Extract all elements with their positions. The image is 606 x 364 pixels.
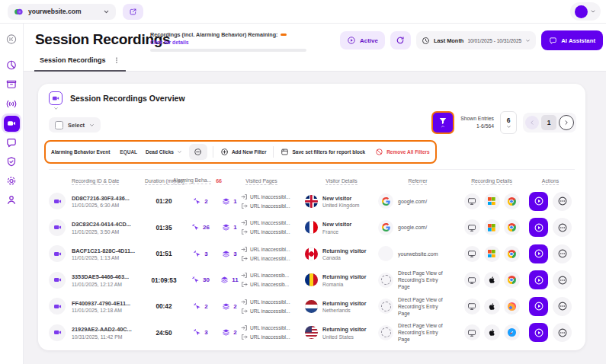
inbox-box-icon <box>6 78 18 90</box>
exit-url-link[interactable]: URL inaccessib... <box>241 281 305 288</box>
panel-header: Session Recordings Overview <box>49 91 185 111</box>
video-camera-icon[interactable] <box>49 193 66 209</box>
row-more-options-button[interactable] <box>553 244 572 263</box>
ai-assistant-button[interactable]: AI Assistant <box>541 30 603 50</box>
col-recording-details[interactable]: Recording Details <box>457 178 526 184</box>
exit-url-link[interactable]: URL inaccessibl... <box>241 203 305 209</box>
recording-id: 21929AE2-AAD2-40C... <box>72 326 145 333</box>
sidebar-item-chat[interactable] <box>6 137 18 148</box>
panel-collapse-control[interactable] <box>49 91 63 111</box>
exit-url-icon <box>241 203 248 209</box>
select-label: Select <box>68 122 85 129</box>
add-new-filter-button[interactable]: Add New Filter <box>216 148 271 156</box>
kebab-menu-icon[interactable] <box>113 56 120 64</box>
desktop-device-icon <box>464 324 480 340</box>
play-recording-button[interactable] <box>529 192 548 211</box>
entry-url-link[interactable]: URL inaccessibl... <box>241 219 305 226</box>
video-camera-icon[interactable] <box>49 219 66 236</box>
chevron-down-icon <box>53 106 59 111</box>
visitor-country: Netherlands <box>322 308 367 313</box>
recording-id: DD8C7216-30F3-436... <box>72 195 145 202</box>
entry-url-link[interactable]: URL inaccessibl... <box>241 246 305 253</box>
row-more-options-button[interactable] <box>553 323 572 342</box>
select-dropdown[interactable]: Select <box>49 117 101 133</box>
visitor-type: Returning visitor <box>322 300 367 307</box>
account-menu[interactable] <box>570 2 601 21</box>
play-circle-icon <box>347 36 356 45</box>
exit-url-link[interactable]: URL inaccessibl... <box>241 334 305 340</box>
exit-url-link[interactable]: URL inaccessibl... <box>241 255 305 262</box>
avatar <box>575 5 588 18</box>
video-camera-icon[interactable] <box>49 324 66 341</box>
remove-all-filters-button[interactable]: Remove All Filters <box>370 148 434 156</box>
sidebar-item-settings[interactable] <box>6 175 18 187</box>
sidebar-item-broadcast[interactable] <box>6 98 18 110</box>
entry-url-link[interactable]: URL inaccessib... <box>241 272 305 279</box>
save-filters-button[interactable]: Save set filters for report block <box>276 148 370 156</box>
entry-url-link[interactable]: URL inaccessibl... <box>241 324 305 331</box>
alarming-count: 2 <box>204 303 207 310</box>
click-for-details-link[interactable]: Click for details <box>150 40 312 45</box>
visitor-country: Canada <box>322 255 367 260</box>
site-selector[interactable]: yourwebsite.com <box>8 4 116 20</box>
layers-icon <box>222 250 230 258</box>
row-more-options-button[interactable] <box>553 297 572 316</box>
row-more-options-button[interactable] <box>553 192 572 211</box>
row-more-options-button[interactable] <box>553 218 572 237</box>
date-range-picker[interactable]: Last Month 10/01/2025 - 10/31/2025 <box>416 31 536 49</box>
filter-operator[interactable]: EQUAL <box>115 149 142 155</box>
exit-url-link[interactable]: URL inaccessibl... <box>241 308 305 315</box>
active-label: Active <box>360 37 378 44</box>
sidebar-item-session-recordings[interactable] <box>2 113 21 133</box>
select-all-checkbox[interactable] <box>55 121 63 129</box>
top-bar: yourwebsite.com <box>0 0 606 24</box>
sidebar-item-privacy[interactable] <box>6 156 18 168</box>
exit-url-link[interactable]: URL inaccessibl... <box>241 228 305 235</box>
col-referrer[interactable]: Referrer <box>378 178 457 184</box>
entry-url-icon <box>241 193 248 200</box>
col-visitor-details[interactable]: Visitor Details <box>305 178 378 184</box>
google-icon <box>378 193 393 209</box>
exit-url-icon <box>241 255 248 262</box>
refresh-button[interactable] <box>390 31 411 49</box>
divider <box>273 146 274 158</box>
refresh-icon <box>396 36 405 45</box>
current-page[interactable]: 1 <box>541 115 556 130</box>
duration: 01:35 <box>145 224 183 231</box>
chat-icon <box>549 37 557 45</box>
filter-value-dropdown[interactable]: Dead Clicks <box>142 149 186 155</box>
filter-button[interactable] <box>431 111 454 134</box>
play-recording-button[interactable] <box>529 323 548 342</box>
video-camera-icon[interactable] <box>49 272 66 289</box>
tab-session-recordings[interactable]: Session Recordings <box>34 50 126 72</box>
video-camera-icon[interactable] <box>49 245 66 262</box>
page-size-select[interactable]: 6 <box>500 111 517 134</box>
exit-url-icon <box>241 308 248 315</box>
prev-page-button[interactable] <box>525 116 539 129</box>
play-recording-button[interactable] <box>529 218 548 237</box>
recording-date: 11/01/2025, 3:50 AM <box>72 229 145 235</box>
row-more-options-button[interactable] <box>553 270 572 289</box>
sidebar-item-inbox[interactable] <box>6 78 18 90</box>
active-status-button[interactable]: Active <box>340 31 385 49</box>
entry-url-link[interactable]: URL inaccessibl... <box>241 193 305 200</box>
col-alarming-behavior[interactable]: Alarming Beha... 66 <box>177 177 218 184</box>
filter-field[interactable]: Alarming Behavior Event <box>46 149 115 155</box>
remove-filter-button[interactable] <box>189 144 207 160</box>
entry-url-link[interactable]: URL inaccessibl... <box>241 299 305 305</box>
recording-date: 11/01/2025, 1:13 AM <box>72 255 145 260</box>
col-recording-id[interactable]: Recording ID & Date <box>72 178 145 184</box>
play-recording-button[interactable] <box>529 297 548 316</box>
flag-netherlands-icon <box>305 300 318 313</box>
collapse-sidebar-icon[interactable] <box>6 34 18 45</box>
play-recording-button[interactable] <box>529 244 548 263</box>
video-camera-icon[interactable] <box>49 298 66 315</box>
next-page-button[interactable] <box>559 115 574 130</box>
exit-url-icon <box>241 228 248 235</box>
sidebar-item-profile[interactable] <box>6 194 18 206</box>
flag-united-kingdom-icon <box>305 195 318 208</box>
play-recording-button[interactable] <box>529 270 548 289</box>
col-visited-pages[interactable]: Visited Pages <box>218 178 305 184</box>
open-site-button[interactable] <box>123 4 143 20</box>
sidebar-item-analytics[interactable] <box>6 59 18 71</box>
